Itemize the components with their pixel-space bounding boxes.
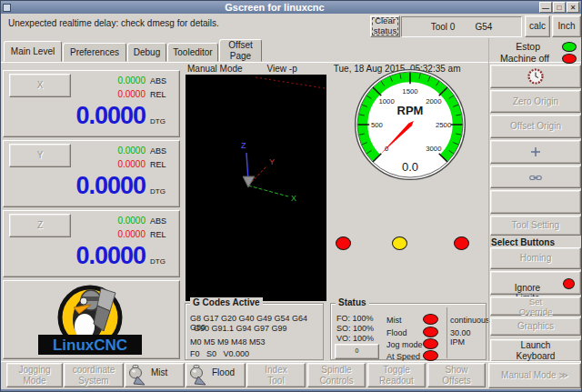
tab-tooleditor[interactable]: Tooleditor [167, 43, 218, 62]
svg-text:2500: 2500 [436, 121, 452, 129]
manual-mode-button[interactable]: Manual Mode ≫ [488, 363, 581, 388]
ignore-limits-button[interactable]: Ignore Limits [490, 271, 581, 295]
mist-button[interactable]: Mist [125, 363, 185, 387]
coord-system-label: G54 [475, 22, 492, 32]
flood-button[interactable]: Flood [186, 363, 246, 387]
jogging-mode-button[interactable]: Jogging Mode [6, 363, 63, 387]
graphics-button[interactable]: Graphics [490, 317, 581, 336]
tool-info-display: Tool 0 G54 [401, 16, 522, 37]
tab-preferences[interactable]: Preferences [63, 43, 126, 62]
z-axis-label: Z [241, 141, 246, 150]
coordinate-system-button[interactable]: coordinate System [64, 363, 124, 387]
index-tool-button[interactable]: Index Tool [246, 363, 306, 387]
axis-y-rel-value: 0.0000 [117, 159, 146, 169]
jog-mode-led [423, 338, 438, 349]
spare-button[interactable] [490, 190, 581, 214]
estop-led [562, 42, 577, 52]
axis-y-dtg-value: 0.0000 [75, 174, 146, 198]
machine-off-label: Machine off [500, 53, 549, 64]
axis-z-button[interactable]: Z [9, 214, 71, 237]
axis-z-rel-value: 0.0000 [117, 229, 146, 239]
status-jog-mode-label: Jog mode [386, 340, 423, 349]
jog-rate-value: 30.00 IPM [450, 328, 486, 347]
status-flood-label: Flood [386, 328, 407, 337]
axis-y-abs-value: 0.0000 [117, 146, 146, 156]
linuxcnc-logo: LinuxCNC [31, 283, 149, 357]
mode-label: Manual Mode [187, 64, 243, 74]
spindle-controls-button[interactable]: Spindle Controls [307, 363, 366, 387]
machine-limits-line [256, 77, 325, 88]
status-title: Status [336, 297, 369, 307]
rpm-gauge: 050010001500200025003000 RPM 0.0 [352, 66, 468, 183]
move-cross-icon [530, 146, 541, 157]
unit-toggle-button[interactable]: Inch [552, 15, 581, 37]
spindle-led-right [454, 236, 469, 250]
axis-z-abs-value: 0.0000 [117, 216, 146, 226]
spindle-override-label: SO: 100% [336, 324, 374, 333]
link-button[interactable] [490, 166, 581, 188]
estop-button[interactable]: Estop [490, 41, 581, 52]
titlebar: Gscreen for linuxcnc — □ ✕ [1, 1, 581, 14]
app-window: Gscreen for linuxcnc — □ ✕ Unexpected re… [0, 0, 582, 392]
window-menu-icon[interactable] [3, 4, 11, 12]
minimize-button[interactable]: — [539, 2, 552, 13]
axis-x-abs-value: 0.0000 [117, 75, 146, 85]
maximize-button[interactable]: □ [553, 2, 566, 13]
calc-button[interactable]: calc [525, 15, 550, 37]
right-panel-separator [488, 38, 489, 361]
velocity-override-label: VO: 100% [336, 334, 374, 343]
gcodes-frame: G Codes Active G8 G17 G20 G40 G49 G54 G6… [185, 303, 324, 360]
axis-y-button[interactable]: Y [9, 144, 71, 167]
fsv-line: F0 S0 V0.000 [190, 349, 249, 358]
show-offsets-button[interactable]: Show Offsets [427, 363, 486, 387]
axis-x-rel-value: 0.0000 [117, 89, 146, 99]
set-override-button[interactable]: Set Override [490, 297, 581, 316]
tab-debug[interactable]: Debug [127, 43, 166, 62]
move-origin-button[interactable] [490, 140, 581, 164]
axis-z-dtg-value: 0.0000 [75, 244, 146, 268]
offset-origin-button[interactable]: Offset Origin [490, 115, 581, 138]
homing-button[interactable]: Homing [490, 247, 581, 269]
spindle-led-center [392, 236, 407, 250]
y-axis-label: Y [269, 157, 275, 166]
mcodes-line: M0 M5 M9 M48 M53 [190, 337, 266, 347]
view-button[interactable]: View -p [267, 64, 297, 74]
spindle-led-left [336, 236, 351, 250]
progress-display: 0 [335, 344, 379, 359]
x-axis-label: X [291, 194, 296, 203]
machine-power-button[interactable] [490, 65, 581, 88]
feed-override-label: FO: 100% [336, 314, 374, 323]
status-at-speed-label: At Speed [386, 352, 420, 361]
dtg-label: DTG [150, 117, 172, 126]
status-frame: Status FO: 100% SO: 100% VO: 100% 0 Mist… [330, 303, 487, 360]
machine-off-button[interactable]: Machine off [490, 53, 581, 64]
tool-setting-button[interactable]: Tool Setting [490, 216, 581, 236]
tab-offset-page[interactable]: Offset Page [219, 39, 262, 62]
x-axis-line [248, 186, 288, 196]
clock-icon [527, 68, 544, 85]
axis-x-dtg-value: 0.0000 [75, 104, 146, 128]
svg-text:500: 500 [371, 121, 384, 129]
status-separator [447, 307, 447, 358]
mist-led [423, 314, 438, 325]
logo-banner-text: LinuxCNC [53, 337, 127, 354]
gauge-value: 0.0 [352, 160, 468, 174]
close-button[interactable]: ✕ [567, 2, 579, 13]
axis-panel-z: Z 0.0000ABS 0.0000REL 0.0000DTG [3, 210, 180, 277]
ignore-limits-led [563, 278, 575, 289]
gremlin-view[interactable]: Z Y X [186, 75, 326, 301]
zero-origin-button[interactable]: Zero Origin [490, 90, 581, 113]
tab-main-level[interactable]: Main Level [4, 41, 62, 62]
rel-label: REL [150, 90, 172, 99]
launch-keyboard-button[interactable]: Launch Keyboard [490, 339, 581, 362]
gremlin-axes: Z Y X [186, 75, 326, 301]
clear-status-button[interactable]: Clear status [370, 15, 400, 37]
toggle-readout-button[interactable]: Toggle Readout [367, 363, 426, 387]
link-icon [529, 175, 542, 181]
tool-number-label: Tool 0 [431, 22, 456, 32]
status-message: Unexpected realtime delay: check dmesg f… [8, 18, 219, 28]
axis-x-button[interactable]: X [9, 74, 71, 97]
jog-mode-value: continuous [450, 316, 490, 325]
flood-spray-icon [189, 365, 207, 387]
gcodes-title: G Codes Active [190, 297, 263, 307]
